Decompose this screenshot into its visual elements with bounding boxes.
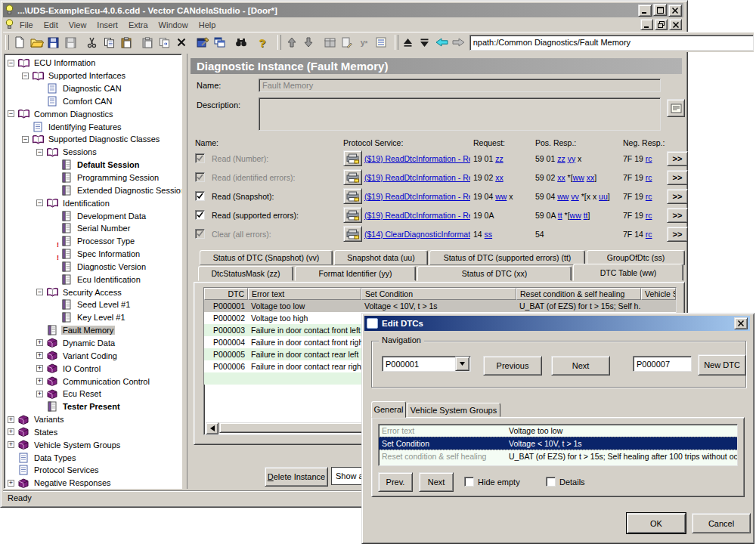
tab-status-of-dtc-supported-errors-tt-[interactable]: Status of DTC (supported errors) (tt) <box>429 250 585 265</box>
hex-param-link[interactable]: xx <box>557 173 565 182</box>
toolbar-button-binoculars[interactable] <box>232 35 249 51</box>
expand-icon[interactable]: + <box>8 441 14 448</box>
service-checkbox[interactable] <box>195 229 205 239</box>
tree-item-protocol-services[interactable]: Protocol Services <box>5 464 181 477</box>
edit-description-button[interactable] <box>667 99 685 117</box>
hex-param-link[interactable]: rc <box>646 154 652 163</box>
tree-item-vehicle-system-groups[interactable]: +Vehicle System Groups <box>5 438 181 451</box>
toolbar-button-nav-back[interactable] <box>433 35 450 51</box>
hex-param-link[interactable]: xx <box>587 173 595 182</box>
toolbar-button-new-doc[interactable] <box>11 35 28 51</box>
tree-item-states[interactable]: +States <box>5 425 181 438</box>
tree-item-processor-type[interactable]: !Processor Type <box>5 235 181 248</box>
toolbar-button-clipboard-copy[interactable] <box>139 35 156 51</box>
toolbar-button-save[interactable] <box>45 35 62 51</box>
prev-button[interactable]: Prev. <box>378 472 413 492</box>
collapse-icon[interactable]: − <box>22 136 29 143</box>
new-dtc-input[interactable]: P000007 <box>633 356 692 372</box>
tree-item-negative-responses[interactable]: +Negative Responses <box>5 477 181 489</box>
menu-edit[interactable]: Edit <box>39 20 64 30</box>
dialog-titlebar[interactable]: Edit DTCs <box>364 316 750 331</box>
tab-format-identifier-yy-[interactable]: Format Identifier (yy) <box>295 266 416 281</box>
tab-groupofdtc-ss-[interactable]: GroupOfDtc (ss) <box>587 250 685 265</box>
expand-icon[interactable]: + <box>8 416 14 423</box>
tree-item-ecu-identification[interactable]: Ecu Identification <box>5 273 181 286</box>
hex-param-link[interactable]: ss <box>485 230 493 239</box>
toolbar-button-delete-x[interactable] <box>172 35 189 51</box>
dtc-column-header[interactable]: Set Condition <box>361 288 516 300</box>
next-property-button[interactable]: Next <box>419 472 454 492</box>
collapse-icon[interactable]: − <box>8 110 14 117</box>
scroll-left-button[interactable] <box>206 422 218 434</box>
expand-icon[interactable]: + <box>36 365 43 372</box>
service-checkbox[interactable] <box>195 210 205 220</box>
hex-param-link[interactable]: yy <box>568 154 576 163</box>
tree-item-common-diagnostics[interactable]: −Common Diagnostics <box>5 107 181 120</box>
toolbar-button-paste[interactable] <box>117 35 134 51</box>
protocol-service-button[interactable] <box>343 150 362 166</box>
tree-item-comfort-can[interactable]: Comfort CAN <box>5 95 181 108</box>
toolbar-button-windows-cascade[interactable] <box>211 35 228 51</box>
hex-param-link[interactable]: ww <box>495 192 507 201</box>
cancel-button[interactable]: Cancel <box>692 513 751 533</box>
tree-item-sessions[interactable]: −Sessions <box>5 146 181 159</box>
tree-item-tester-present[interactable]: Tester Present <box>5 400 181 413</box>
tree-item-supported-interfaces[interactable]: −Supported Interfaces <box>5 70 181 82</box>
maximize-button[interactable] <box>653 4 667 16</box>
tree-item-identification[interactable]: −Identification <box>5 196 181 209</box>
toolbar-button-arrow-up[interactable] <box>284 35 300 51</box>
toolbar-button-cut[interactable] <box>83 35 100 51</box>
close-button[interactable] <box>668 5 682 17</box>
tree-item-data-types[interactable]: Data Types <box>5 451 181 464</box>
collapse-icon[interactable]: − <box>36 289 43 295</box>
tree-item-serial-number[interactable]: Serial Number <box>5 222 181 235</box>
hex-param-link[interactable]: rc <box>646 211 652 220</box>
hex-param-link[interactable]: vv <box>571 192 579 201</box>
menu-help[interactable]: Help <box>194 20 222 30</box>
protocol-service-link[interactable]: ($14) ClearDiagnosticInformat <box>364 230 470 239</box>
tree-item-variants[interactable]: +Variants <box>5 413 181 426</box>
service-checkbox[interactable] <box>195 172 205 182</box>
description-textarea[interactable] <box>259 97 661 131</box>
mdi-minimize-button[interactable] <box>640 19 653 30</box>
collapse-icon[interactable]: − <box>36 149 43 156</box>
hex-param-link[interactable]: ww <box>557 192 569 201</box>
toolbar-button-copy[interactable] <box>101 35 117 51</box>
dtc-column-header[interactable]: Vehicle Sys <box>641 288 676 300</box>
expand-service-button[interactable]: >> <box>667 151 688 166</box>
menu-file[interactable]: File <box>14 20 39 30</box>
tree-item-ecu-reset[interactable]: +Ecu Reset <box>5 388 181 400</box>
toolbar-button-sort-desc[interactable] <box>416 35 432 51</box>
protocol-service-button[interactable] <box>343 188 362 204</box>
toolbar-button-package[interactable] <box>322 35 339 51</box>
tree-item-spec-information[interactable]: !Spec Information <box>5 248 181 261</box>
tree-item-extended-diagnostic-session[interactable]: Extended Diagnostic Session <box>5 184 181 196</box>
tab-status-of-dtc-snapshot-vv-[interactable]: Status of DTC (Snapshot) (vv) <box>200 250 333 265</box>
service-checkbox[interactable] <box>195 153 205 163</box>
details-checkbox[interactable] <box>546 477 556 487</box>
tree-item-default-session[interactable]: Default Session <box>5 159 181 172</box>
collapse-icon[interactable]: − <box>22 73 29 79</box>
expand-icon[interactable]: + <box>36 352 43 359</box>
hex-param-link[interactable]: ww <box>573 173 584 182</box>
tab-dtc-table-ww-[interactable]: DTC Table (ww) <box>573 264 683 281</box>
service-checkbox[interactable] <box>195 191 205 201</box>
toolbar-button-arrow-down[interactable] <box>300 35 317 51</box>
hex-param-link[interactable]: rc <box>646 173 652 182</box>
toolbar-button-list-view[interactable] <box>373 35 389 51</box>
name-input[interactable]: Fault Memory <box>259 79 661 92</box>
menu-extra[interactable]: Extra <box>123 20 153 30</box>
menu-window[interactable]: Window <box>153 20 194 30</box>
menu-insert[interactable]: Insert <box>91 20 123 30</box>
delete-instance-button[interactable]: Delete Instance <box>265 467 328 487</box>
dtc-table-row[interactable]: P000001Voltage too lowVoltage < 10V, t >… <box>204 300 676 312</box>
expand-service-button[interactable]: >> <box>667 170 688 185</box>
mdi-close-button[interactable] <box>669 19 682 30</box>
hex-param-link[interactable]: xx <box>495 173 503 182</box>
expand-service-button[interactable]: >> <box>667 227 688 242</box>
tab-snapshot-data-uu-[interactable]: Snapshot data (uu) <box>334 250 428 265</box>
property-row[interactable]: Error textVoltage too low <box>379 425 737 437</box>
expand-icon[interactable]: + <box>36 391 43 397</box>
dtc-column-header[interactable]: DTC <box>204 288 248 300</box>
collapse-icon[interactable]: − <box>8 60 14 66</box>
